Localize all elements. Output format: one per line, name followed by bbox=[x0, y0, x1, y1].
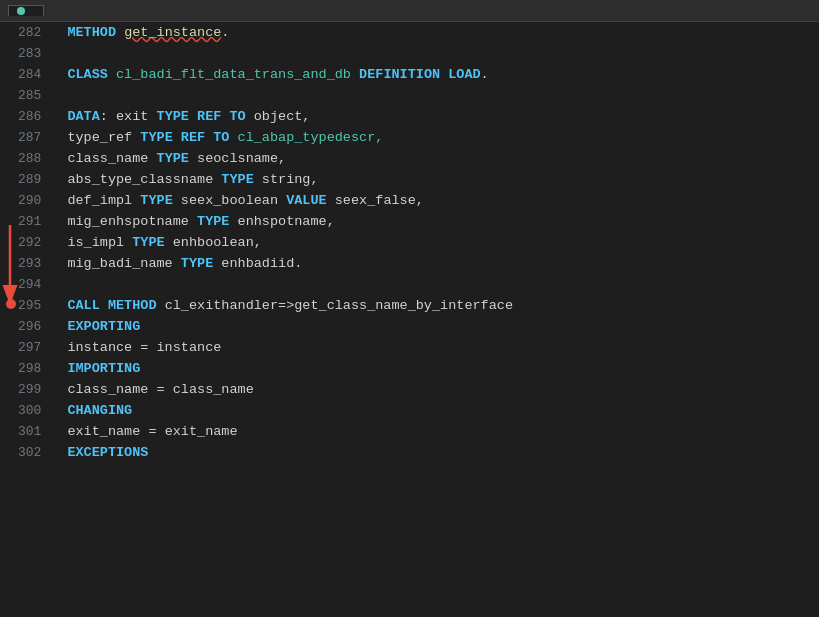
code-table: 282METHOD get_instance.283284 CLASS cl_b… bbox=[0, 22, 819, 463]
code-area[interactable]: 282METHOD get_instance.283284 CLASS cl_b… bbox=[0, 22, 819, 617]
table-row: 302 EXCEPTIONS bbox=[0, 442, 819, 463]
line-number: 297 bbox=[0, 337, 51, 358]
line-number: 298 bbox=[0, 358, 51, 379]
line-number: 300 bbox=[0, 400, 51, 421]
line-number: 290 bbox=[0, 190, 51, 211]
code-line: METHOD get_instance. bbox=[51, 22, 819, 43]
code-line bbox=[51, 43, 819, 64]
code-line: CALL METHOD cl_exithandler=>get_class_na… bbox=[51, 295, 819, 316]
code-line: is_impl TYPE enhboolean, bbox=[51, 232, 819, 253]
line-number: 287 bbox=[0, 127, 51, 148]
table-row: 294 bbox=[0, 274, 819, 295]
table-row: 300 CHANGING bbox=[0, 400, 819, 421]
code-line: def_impl TYPE seex_boolean VALUE seex_fa… bbox=[51, 190, 819, 211]
tab-icon bbox=[17, 7, 25, 15]
code-line: abs_type_classname TYPE string, bbox=[51, 169, 819, 190]
code-line: CHANGING bbox=[51, 400, 819, 421]
line-number: 295 bbox=[0, 295, 51, 316]
line-number: 291 bbox=[0, 211, 51, 232]
line-number: 293 bbox=[0, 253, 51, 274]
code-line: IMPORTING bbox=[51, 358, 819, 379]
line-number: 288 bbox=[0, 148, 51, 169]
table-row: 284 CLASS cl_badi_flt_data_trans_and_db … bbox=[0, 64, 819, 85]
table-row: 285 bbox=[0, 85, 819, 106]
table-row: 282METHOD get_instance. bbox=[0, 22, 819, 43]
line-number: 299 bbox=[0, 379, 51, 400]
table-row: 296 EXPORTING bbox=[0, 316, 819, 337]
code-line: CLASS cl_badi_flt_data_trans_and_db DEFI… bbox=[51, 64, 819, 85]
table-row: 295 CALL METHOD cl_exithandler=>get_clas… bbox=[0, 295, 819, 316]
line-number: 296 bbox=[0, 316, 51, 337]
line-number: 284 bbox=[0, 64, 51, 85]
code-line bbox=[51, 274, 819, 295]
breakpoint-dot bbox=[6, 299, 16, 309]
code-line: exit_name = exit_name bbox=[51, 421, 819, 442]
table-row: 298 IMPORTING bbox=[0, 358, 819, 379]
table-row: 290 def_impl TYPE seex_boolean VALUE see… bbox=[0, 190, 819, 211]
table-row: 283 bbox=[0, 43, 819, 64]
code-line bbox=[51, 85, 819, 106]
code-line: class_name TYPE seoclsname, bbox=[51, 148, 819, 169]
line-number: 286 bbox=[0, 106, 51, 127]
line-number: 292 bbox=[0, 232, 51, 253]
code-line: DATA: exit TYPE REF TO object, bbox=[51, 106, 819, 127]
line-number: 301 bbox=[0, 421, 51, 442]
code-line: type_ref TYPE REF TO cl_abap_typedescr, bbox=[51, 127, 819, 148]
table-row: 288 class_name TYPE seoclsname, bbox=[0, 148, 819, 169]
line-number: 283 bbox=[0, 43, 51, 64]
line-number: 285 bbox=[0, 85, 51, 106]
code-line: mig_enhspotname TYPE enhspotname, bbox=[51, 211, 819, 232]
line-number: 282 bbox=[0, 22, 51, 43]
table-row: 292 is_impl TYPE enhboolean, bbox=[0, 232, 819, 253]
table-row: 299 class_name = class_name bbox=[0, 379, 819, 400]
line-number: 289 bbox=[0, 169, 51, 190]
editor-tab[interactable] bbox=[8, 5, 44, 16]
table-row: 301 exit_name = exit_name bbox=[0, 421, 819, 442]
line-number: 302 bbox=[0, 442, 51, 463]
table-row: 293 mig_badi_name TYPE enhbadiid. bbox=[0, 253, 819, 274]
editor: 282METHOD get_instance.283284 CLASS cl_b… bbox=[0, 22, 819, 617]
table-row: 286 DATA: exit TYPE REF TO object, bbox=[0, 106, 819, 127]
title-bar bbox=[0, 0, 819, 22]
table-row: 297 instance = instance bbox=[0, 337, 819, 358]
code-line: mig_badi_name TYPE enhbadiid. bbox=[51, 253, 819, 274]
table-row: 289 abs_type_classname TYPE string, bbox=[0, 169, 819, 190]
code-line: EXPORTING bbox=[51, 316, 819, 337]
table-row: 291 mig_enhspotname TYPE enhspotname, bbox=[0, 211, 819, 232]
code-line: class_name = class_name bbox=[51, 379, 819, 400]
table-row: 287 type_ref TYPE REF TO cl_abap_typedes… bbox=[0, 127, 819, 148]
code-line: EXCEPTIONS bbox=[51, 442, 819, 463]
code-line: instance = instance bbox=[51, 337, 819, 358]
line-number: 294 bbox=[0, 274, 51, 295]
